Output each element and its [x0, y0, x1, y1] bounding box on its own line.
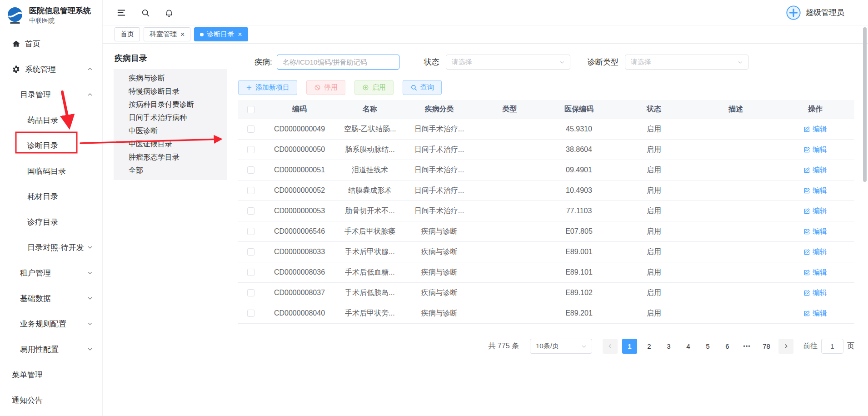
tree-item[interactable]: 日间手术治疗病种	[114, 111, 227, 125]
row-checkbox[interactable]	[247, 207, 254, 215]
row-checkbox[interactable]	[247, 125, 254, 133]
page-number-button[interactable]: 1	[622, 339, 637, 354]
row-checkbox[interactable]	[247, 166, 254, 174]
search-icon	[410, 84, 417, 91]
more-pages-icon[interactable]: •••	[739, 339, 754, 354]
tab-item[interactable]: 首页	[115, 27, 140, 41]
edit-button[interactable]: 编辑	[803, 206, 827, 216]
sidebar-item[interactable]: 系统管理	[0, 56, 102, 82]
sidebar-item[interactable]: 国临码目录	[0, 158, 102, 184]
user-menu[interactable]: 超级管理员	[786, 5, 844, 20]
tree-item[interactable]: 特慢病诊断目录	[114, 85, 227, 98]
page-number-button[interactable]: 5	[700, 339, 715, 354]
toolbar: 添加新项目 停用 启用 查询	[238, 80, 854, 95]
sidebar-item[interactable]: 基础数据	[0, 286, 102, 311]
page-number-button[interactable]: 78	[759, 339, 774, 354]
row-checkbox[interactable]	[247, 146, 254, 153]
row-checkbox[interactable]	[247, 289, 254, 296]
row-checkbox[interactable]	[247, 187, 254, 194]
sidebar-item[interactable]: 易用性配置	[0, 336, 102, 362]
edit-button[interactable]: 编辑	[803, 145, 827, 155]
row-checkbox[interactable]	[247, 269, 254, 276]
status-select[interactable]: 请选择	[446, 55, 570, 70]
tree-item[interactable]: 按病种目录付费诊断	[114, 98, 227, 111]
plus-icon	[246, 85, 252, 91]
sidebar-item-label: 系统管理	[25, 64, 56, 75]
tree-list: 疾病与诊断特慢病诊断目录按病种目录付费诊断日间手术治疗病种中医诊断中医证候目录肿…	[114, 69, 227, 180]
row-checkbox-cell	[238, 166, 263, 174]
page-number-button[interactable]: 3	[661, 339, 676, 354]
row-insurance-code: E89.201	[545, 309, 613, 317]
sidebar-item[interactable]: 诊断目录	[0, 133, 102, 158]
edit-icon	[803, 146, 810, 153]
sidebar-item[interactable]: 耗材目录	[0, 184, 102, 209]
row-status: 启用	[613, 247, 695, 257]
page-size-select[interactable]: 10条/页	[530, 339, 592, 354]
edit-icon	[803, 249, 810, 256]
disease-search-input[interactable]	[277, 55, 399, 70]
row-actions: 编辑	[777, 186, 854, 195]
edit-button[interactable]: 编辑	[803, 309, 827, 318]
tree-item[interactable]: 全部	[114, 164, 227, 177]
sidebar-item-label: 诊疗目录	[27, 217, 58, 227]
tree-item[interactable]: 中医证候目录	[114, 138, 227, 151]
prev-page-button[interactable]	[603, 339, 618, 354]
chevron-down-icon	[87, 321, 93, 327]
row-checkbox[interactable]	[247, 228, 254, 235]
next-page-button[interactable]	[778, 339, 793, 354]
scrollbar-thumb[interactable]	[863, 27, 867, 182]
row-actions: 编辑	[777, 125, 854, 134]
query-button[interactable]: 查询	[403, 80, 442, 95]
row-code: CD0000000049	[263, 125, 336, 133]
sidebar-item[interactable]: 首页	[0, 31, 102, 56]
disable-button[interactable]: 停用	[306, 80, 345, 95]
row-actions: 编辑	[777, 288, 854, 298]
sidebar-item[interactable]: 通知公告	[0, 387, 102, 413]
edit-button[interactable]: 编辑	[803, 186, 827, 195]
search-icon[interactable]	[141, 8, 150, 17]
edit-button[interactable]: 编辑	[803, 268, 827, 277]
row-checkbox[interactable]	[247, 310, 254, 317]
row-category: 疾病与诊断	[404, 288, 474, 298]
edit-button[interactable]: 编辑	[803, 247, 827, 257]
sidebar-item[interactable]: 诊疗目录	[0, 209, 102, 235]
tab-item[interactable]: 诊断目录×	[194, 27, 248, 41]
row-code: CD0000008040	[263, 309, 336, 317]
page-number-button[interactable]: 2	[642, 339, 657, 354]
sidebar: 医院信息管理系统 中联医院 首页系统管理目录管理药品目录诊断目录国临码目录耗材目…	[0, 0, 103, 416]
username: 超级管理员	[806, 7, 844, 18]
tab-item[interactable]: 科室管理×	[144, 27, 190, 41]
edit-button[interactable]: 编辑	[803, 288, 827, 298]
sidebar-item[interactable]: 租户管理	[0, 260, 102, 286]
sidebar-item[interactable]: 菜单管理	[0, 362, 102, 387]
tree-item[interactable]: 中医诊断	[114, 125, 227, 138]
sidebar-item[interactable]: 业务规则配置	[0, 311, 102, 336]
sidebar-item[interactable]: 目录管理	[0, 82, 102, 107]
add-item-button[interactable]: 添加新项目	[238, 80, 297, 95]
column-header: 类型	[474, 105, 545, 114]
row-insurance-code: E07.805	[545, 227, 613, 236]
sidebar-item-label: 目录管理	[20, 90, 51, 100]
close-tab-icon[interactable]: ×	[238, 31, 242, 38]
edit-button[interactable]: 编辑	[803, 227, 827, 236]
goto-page-input[interactable]	[821, 339, 843, 354]
row-actions: 编辑	[777, 268, 854, 277]
diagnosis-type-select[interactable]: 请选择	[625, 55, 748, 70]
row-checkbox[interactable]	[247, 248, 254, 256]
enable-button[interactable]: 启用	[354, 80, 394, 95]
close-tab-icon[interactable]: ×	[180, 31, 185, 38]
collapse-sidebar-icon[interactable]	[116, 8, 126, 18]
page-number-button[interactable]: 4	[681, 339, 696, 354]
page-unit-label: 页	[847, 341, 854, 351]
select-all-checkbox[interactable]	[247, 106, 254, 113]
row-insurance-code: 10.4903	[545, 186, 613, 195]
tree-item[interactable]: 肿瘤形态学目录	[114, 151, 227, 164]
sidebar-item[interactable]: 药品目录	[0, 107, 102, 133]
notification-bell-icon[interactable]	[165, 8, 174, 17]
edit-button[interactable]: 编辑	[803, 165, 827, 175]
sidebar-item[interactable]: 目录对照-待开发	[0, 235, 102, 260]
edit-button[interactable]: 编辑	[803, 125, 827, 134]
table-row: CD0000000051泪道挂线术日间手术治疗...09.4901启用编辑	[238, 160, 854, 180]
page-number-button[interactable]: 6	[720, 339, 735, 354]
tree-item[interactable]: 疾病与诊断	[114, 72, 227, 85]
